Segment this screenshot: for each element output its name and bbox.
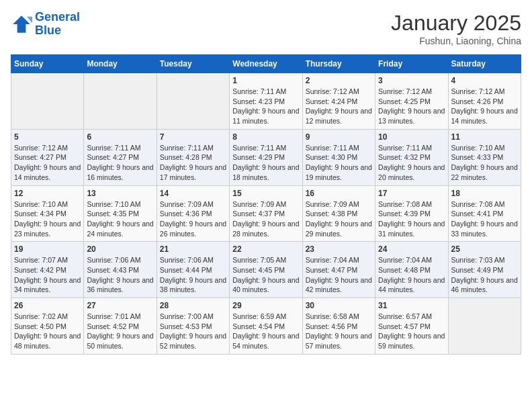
calendar-header-row: SundayMondayTuesdayWednesdayThursdayFrid…: [11, 55, 521, 73]
calendar-cell: 15Sunrise: 7:09 AMSunset: 4:37 PMDayligh…: [230, 185, 302, 242]
calendar-cell: 8Sunrise: 7:11 AMSunset: 4:29 PMDaylight…: [230, 129, 302, 185]
logo-text: General Blue: [35, 11, 80, 38]
day-info: Sunrise: 7:11 AMSunset: 4:30 PMDaylight:…: [306, 143, 372, 183]
calendar-cell: 9Sunrise: 7:11 AMSunset: 4:30 PMDaylight…: [302, 129, 375, 185]
day-info: Sunrise: 7:11 AMSunset: 4:27 PMDaylight:…: [87, 143, 153, 183]
calendar-cell: 29Sunrise: 6:59 AMSunset: 4:54 PMDayligh…: [230, 298, 302, 355]
header-friday: Friday: [375, 55, 448, 73]
calendar-cell: 5Sunrise: 7:12 AMSunset: 4:27 PMDaylight…: [11, 129, 84, 185]
header-sunday: Sunday: [11, 55, 84, 73]
calendar-cell: 28Sunrise: 7:00 AMSunset: 4:53 PMDayligh…: [157, 298, 229, 355]
day-info: Sunrise: 7:09 AMSunset: 4:37 PMDaylight:…: [232, 199, 299, 239]
day-info: Sunrise: 7:11 AMSunset: 4:28 PMDaylight:…: [160, 143, 226, 183]
day-number: 11: [451, 132, 518, 142]
day-info: Sunrise: 7:10 AMSunset: 4:35 PMDaylight:…: [87, 199, 153, 239]
day-number: 10: [378, 132, 445, 142]
day-info: Sunrise: 7:11 AMSunset: 4:29 PMDaylight:…: [232, 143, 299, 183]
calendar-week-row: 12Sunrise: 7:10 AMSunset: 4:34 PMDayligh…: [11, 185, 521, 242]
day-number: 20: [87, 244, 153, 254]
day-info: Sunrise: 6:58 AMSunset: 4:56 PMDaylight:…: [306, 312, 372, 351]
day-info: Sunrise: 7:04 AMSunset: 4:47 PMDaylight:…: [306, 255, 372, 295]
calendar-cell: 6Sunrise: 7:11 AMSunset: 4:27 PMDaylight…: [84, 129, 157, 185]
day-number: 21: [160, 244, 226, 254]
day-info: Sunrise: 7:02 AMSunset: 4:50 PMDaylight:…: [14, 312, 81, 351]
day-number: 5: [14, 132, 81, 142]
day-number: 13: [87, 189, 153, 198]
svg-marker-0: [13, 15, 30, 33]
calendar-cell: 1Sunrise: 7:11 AMSunset: 4:23 PMDaylight…: [230, 73, 302, 130]
calendar-cell: 16Sunrise: 7:09 AMSunset: 4:38 PMDayligh…: [302, 185, 375, 242]
day-info: Sunrise: 7:12 AMSunset: 4:26 PMDaylight:…: [451, 87, 518, 126]
page-header: General Blue January 2025 Fushun, Liaoni…: [11, 11, 521, 46]
day-number: 2: [306, 76, 372, 85]
day-number: 25: [451, 244, 518, 254]
day-number: 12: [14, 189, 81, 198]
day-number: 22: [232, 244, 299, 254]
calendar-cell: 25Sunrise: 7:03 AMSunset: 4:49 PMDayligh…: [448, 242, 521, 298]
day-info: Sunrise: 7:08 AMSunset: 4:41 PMDaylight:…: [451, 199, 518, 239]
day-info: Sunrise: 7:01 AMSunset: 4:52 PMDaylight:…: [87, 312, 153, 351]
calendar-cell: 12Sunrise: 7:10 AMSunset: 4:34 PMDayligh…: [11, 185, 84, 242]
day-number: 4: [451, 76, 518, 85]
day-number: 1: [232, 76, 299, 85]
calendar-cell: 13Sunrise: 7:10 AMSunset: 4:35 PMDayligh…: [84, 185, 157, 242]
location-subtitle: Fushun, Liaoning, China: [391, 36, 521, 46]
day-info: Sunrise: 7:10 AMSunset: 4:33 PMDaylight:…: [451, 143, 518, 183]
day-number: 17: [378, 189, 445, 198]
title-block: January 2025 Fushun, Liaoning, China: [391, 11, 521, 46]
calendar-cell: 4Sunrise: 7:12 AMSunset: 4:26 PMDaylight…: [448, 73, 521, 130]
logo: General Blue: [11, 11, 80, 38]
calendar-cell: 19Sunrise: 7:07 AMSunset: 4:42 PMDayligh…: [11, 242, 84, 298]
calendar-table: SundayMondayTuesdayWednesdayThursdayFrid…: [11, 54, 521, 355]
calendar-cell: 14Sunrise: 7:09 AMSunset: 4:36 PMDayligh…: [157, 185, 229, 242]
calendar-cell: 18Sunrise: 7:08 AMSunset: 4:41 PMDayligh…: [448, 185, 521, 242]
day-info: Sunrise: 7:11 AMSunset: 4:23 PMDaylight:…: [232, 87, 299, 126]
calendar-cell: 3Sunrise: 7:12 AMSunset: 4:25 PMDaylight…: [375, 73, 448, 130]
day-number: 6: [87, 132, 153, 142]
calendar-cell: 24Sunrise: 7:04 AMSunset: 4:48 PMDayligh…: [375, 242, 448, 298]
calendar-cell: 27Sunrise: 7:01 AMSunset: 4:52 PMDayligh…: [84, 298, 157, 355]
calendar-cell: 30Sunrise: 6:58 AMSunset: 4:56 PMDayligh…: [302, 298, 375, 355]
calendar-cell: 21Sunrise: 7:06 AMSunset: 4:44 PMDayligh…: [157, 242, 229, 298]
day-info: Sunrise: 6:57 AMSunset: 4:57 PMDaylight:…: [378, 312, 445, 351]
day-number: 24: [378, 244, 445, 254]
day-info: Sunrise: 7:00 AMSunset: 4:53 PMDaylight:…: [160, 312, 226, 351]
day-info: Sunrise: 7:04 AMSunset: 4:48 PMDaylight:…: [378, 255, 445, 295]
day-number: 16: [306, 189, 372, 198]
calendar-cell: 23Sunrise: 7:04 AMSunset: 4:47 PMDayligh…: [302, 242, 375, 298]
calendar-cell: 22Sunrise: 7:05 AMSunset: 4:45 PMDayligh…: [230, 242, 302, 298]
day-info: Sunrise: 7:09 AMSunset: 4:36 PMDaylight:…: [160, 199, 226, 239]
day-info: Sunrise: 7:12 AMSunset: 4:25 PMDaylight:…: [378, 87, 445, 126]
calendar-cell: [448, 298, 521, 355]
day-info: Sunrise: 7:06 AMSunset: 4:44 PMDaylight:…: [160, 255, 226, 295]
calendar-week-row: 26Sunrise: 7:02 AMSunset: 4:50 PMDayligh…: [11, 298, 521, 355]
header-tuesday: Tuesday: [157, 55, 229, 73]
day-info: Sunrise: 6:59 AMSunset: 4:54 PMDaylight:…: [232, 312, 299, 351]
calendar-cell: 20Sunrise: 7:06 AMSunset: 4:43 PMDayligh…: [84, 242, 157, 298]
day-info: Sunrise: 7:12 AMSunset: 4:27 PMDaylight:…: [14, 143, 81, 183]
day-info: Sunrise: 7:03 AMSunset: 4:49 PMDaylight:…: [451, 255, 518, 295]
day-info: Sunrise: 7:10 AMSunset: 4:34 PMDaylight:…: [14, 199, 81, 239]
day-number: 8: [232, 132, 299, 142]
day-info: Sunrise: 7:12 AMSunset: 4:24 PMDaylight:…: [306, 87, 372, 126]
day-number: 28: [160, 301, 226, 310]
calendar-cell: 7Sunrise: 7:11 AMSunset: 4:28 PMDaylight…: [157, 129, 229, 185]
day-number: 14: [160, 189, 226, 198]
day-number: 30: [306, 301, 372, 310]
header-wednesday: Wednesday: [230, 55, 302, 73]
calendar-cell: [157, 73, 229, 130]
calendar-cell: [11, 73, 84, 130]
day-info: Sunrise: 7:09 AMSunset: 4:38 PMDaylight:…: [306, 199, 372, 239]
calendar-cell: 2Sunrise: 7:12 AMSunset: 4:24 PMDaylight…: [302, 73, 375, 130]
day-number: 29: [232, 301, 299, 310]
calendar-week-row: 19Sunrise: 7:07 AMSunset: 4:42 PMDayligh…: [11, 242, 521, 298]
header-monday: Monday: [84, 55, 157, 73]
calendar-cell: 11Sunrise: 7:10 AMSunset: 4:33 PMDayligh…: [448, 129, 521, 185]
day-number: 23: [306, 244, 372, 254]
day-number: 19: [14, 244, 81, 254]
day-number: 3: [378, 76, 445, 85]
calendar-cell: 10Sunrise: 7:11 AMSunset: 4:32 PMDayligh…: [375, 129, 448, 185]
day-info: Sunrise: 7:06 AMSunset: 4:43 PMDaylight:…: [87, 255, 153, 295]
month-title: January 2025: [391, 11, 521, 36]
calendar-week-row: 1Sunrise: 7:11 AMSunset: 4:23 PMDaylight…: [11, 73, 521, 130]
